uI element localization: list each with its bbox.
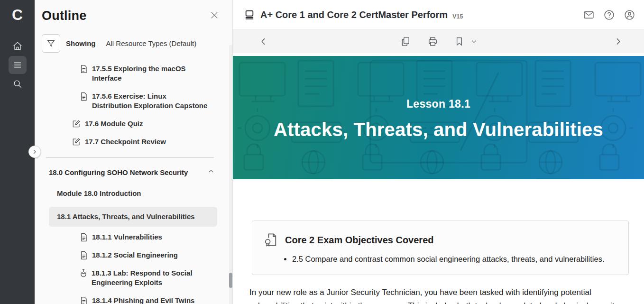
lesson-hero-banner: Lesson 18.1 Attacks, Threats, and Vulner… (233, 56, 644, 179)
main-content-area: A+ Core 1 and Core 2 CertMaster Perform … (232, 0, 644, 304)
quiz-pencil-icon (72, 138, 81, 146)
course-header: A+ Core 1 and Core 2 CertMaster Perform … (233, 0, 644, 29)
account-icon (624, 9, 635, 21)
print-button[interactable] (427, 36, 438, 47)
app-window: C (0, 0, 644, 304)
help-button[interactable] (603, 9, 615, 21)
bookmark-control (454, 36, 477, 47)
close-icon (210, 10, 219, 20)
outline-menu-icon (12, 60, 23, 70)
document-icon (80, 92, 88, 101)
chevron-left-icon (259, 37, 267, 46)
lesson-content: Core 2 Exam Objectives Covered 2.5 Compa… (233, 179, 644, 304)
outline-scrollbar-thumb[interactable] (229, 273, 232, 288)
lab-flask-icon (80, 269, 87, 278)
help-icon (603, 9, 615, 21)
outline-item[interactable]: 17.5.6 Exercise: Linux Distribution Expl… (42, 92, 218, 111)
exam-objectives-title: Core 2 Exam Objectives Covered (285, 235, 433, 246)
previous-page-button[interactable] (259, 37, 267, 46)
next-page-button[interactable] (614, 37, 622, 46)
chevron-up-icon[interactable] (208, 168, 214, 175)
outline-scrollbar-track[interactable] (229, 45, 232, 304)
chevron-right-expand-icon (32, 149, 37, 155)
outline-item[interactable]: 17.6 Module Quiz (42, 119, 218, 129)
copy-button[interactable] (400, 36, 411, 47)
certificate-icon (264, 232, 278, 248)
document-icon (80, 251, 88, 260)
outline-item-label: 18.1.3 Lab: Respond to Social Engineerin… (92, 268, 208, 287)
outline-section-header[interactable]: 18.0 Configuring SOHO Network Security (42, 168, 218, 177)
close-outline-button[interactable] (210, 10, 219, 20)
showing-label: Showing (66, 39, 96, 47)
outline-panel-title: Outline (42, 9, 86, 23)
chevron-down-icon (471, 38, 477, 45)
hero-lesson-title: Attacks, Threats, and Vulnerabilities (274, 119, 603, 140)
outline-item[interactable]: 18.1.3 Lab: Respond to Social Engineerin… (42, 268, 218, 287)
panel-collapse-toggle[interactable] (28, 146, 41, 158)
outline-item-label: 17.7 Checkpoint Review (85, 137, 166, 147)
document-icon (80, 64, 88, 74)
outline-item[interactable]: 18.1.2 Social Engineering (42, 250, 218, 260)
home-button[interactable] (9, 37, 27, 55)
course-book-icon (244, 9, 255, 20)
outline-item[interactable]: 18.1.1 Vulnerabilities (42, 232, 218, 242)
comptia-logo[interactable]: C (12, 6, 23, 24)
outline-menu-button[interactable] (9, 56, 27, 74)
chevron-right-icon (614, 37, 622, 46)
exam-objectives-box: Core 2 Exam Objectives Covered 2.5 Compa… (252, 221, 629, 275)
mail-button[interactable] (583, 9, 595, 21)
bookmark-icon (454, 36, 464, 47)
outline-item-label: 17.5.5 Exploring the macOS Interface (92, 64, 208, 83)
course-version-badge: V15 (452, 13, 463, 20)
document-icon (80, 233, 88, 242)
outline-item-label: 18.1 Attacks, Threats, and Vulnerabiliti… (57, 212, 195, 221)
outline-item[interactable]: 18.1.4 Phishing and Evil Twins (42, 296, 218, 304)
outline-item-label: 17.5.6 Exercise: Linux Distribution Expl… (92, 92, 208, 111)
lesson-toolbar (233, 29, 644, 53)
account-button[interactable] (624, 9, 635, 21)
print-icon (427, 36, 438, 47)
outline-item-label: Module 18.0 Introduction (57, 189, 141, 198)
bookmark-menu-button[interactable] (471, 38, 477, 45)
outline-item-label: 17.6 Module Quiz (85, 119, 143, 129)
outline-section-label: 18.0 Configuring SOHO Network Security (49, 168, 188, 177)
filter-value[interactable]: All Resource Types (Default) (106, 39, 197, 47)
outline-divider (46, 157, 214, 158)
lesson-intro-paragraph: In your new role as a Junior Security Te… (249, 286, 629, 304)
bookmark-button[interactable] (454, 36, 464, 47)
outline-item-selected[interactable]: 18.1 Attacks, Threats, and Vulnerabiliti… (49, 207, 217, 227)
outline-item-label: 18.1.1 Vulnerabilities (92, 232, 162, 242)
outline-list: 17.5.5 Exploring the macOS Interface 17.… (42, 64, 232, 304)
quiz-pencil-icon (72, 120, 81, 128)
search-button[interactable] (9, 75, 27, 93)
document-icon (80, 296, 88, 304)
home-icon (12, 41, 23, 51)
outline-item-label: 18.1.2 Social Engineering (92, 250, 178, 260)
hero-lesson-number: Lesson 18.1 (406, 98, 470, 111)
outline-item[interactable]: 17.7 Checkpoint Review (42, 137, 218, 147)
exam-objective-item: 2.5 Compare and contrast common social e… (292, 254, 617, 264)
copy-icon (400, 36, 411, 47)
mail-icon (583, 9, 595, 21)
outline-item[interactable]: Module 18.0 Introduction (42, 189, 218, 198)
outline-item-label: 18.1.4 Phishing and Evil Twins (92, 296, 194, 304)
outline-item[interactable]: 17.5.5 Exploring the macOS Interface (42, 64, 218, 83)
filter-row: Showing All Resource Types (Default) (42, 34, 232, 53)
filter-button[interactable] (42, 34, 60, 53)
course-title: A+ Core 1 and Core 2 CertMaster Perform (260, 9, 448, 20)
outline-panel: Outline Showing All Resource Types (Defa… (35, 0, 232, 304)
filter-funnel-icon (46, 38, 56, 48)
search-icon (12, 79, 23, 89)
